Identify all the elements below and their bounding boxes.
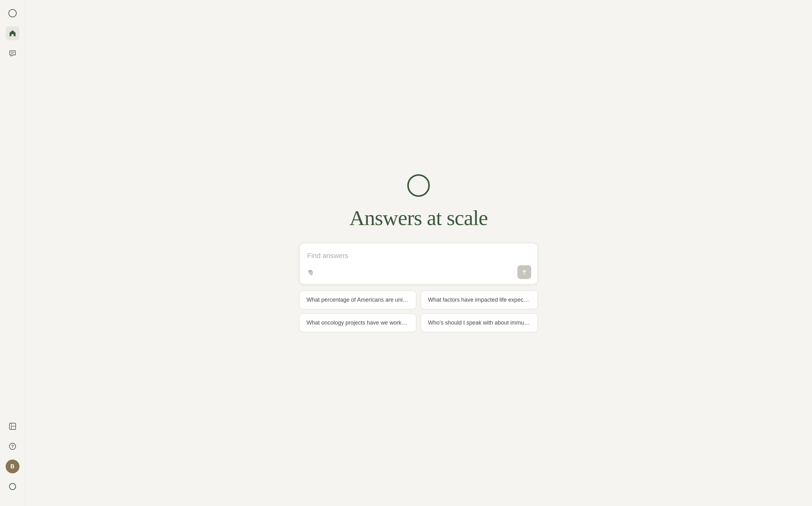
app-logo [407, 174, 430, 197]
suggestion-4[interactable]: Who's should I speak with about immunot.… [421, 314, 538, 332]
search-footer [306, 265, 531, 279]
sidebar-item-chat[interactable] [6, 47, 19, 60]
page-headline: Answers at scale [349, 205, 488, 230]
sidebar: ? B [0, 0, 25, 506]
suggestion-3[interactable]: What oncology projects have we worked o.… [299, 314, 416, 332]
sidebar-item-help[interactable]: ? [6, 439, 19, 453]
sidebar-item-status[interactable] [6, 480, 19, 493]
send-button[interactable] [517, 265, 531, 279]
logo-nav-icon[interactable] [6, 6, 19, 20]
circle-outline-icon [8, 9, 17, 17]
search-input[interactable] [306, 250, 531, 262]
status-circle-icon [9, 483, 16, 490]
help-icon: ? [8, 442, 17, 450]
home-icon [8, 29, 17, 37]
search-box [299, 243, 538, 284]
attach-icon[interactable] [306, 268, 315, 276]
sidebar-item-panel[interactable] [6, 419, 19, 433]
panel-icon [8, 422, 17, 430]
suggestions-grid: What percentage of Americans are uninsu.… [299, 291, 538, 332]
suggestion-2[interactable]: What factors have impacted life expectan… [421, 291, 538, 309]
suggestion-1[interactable]: What percentage of Americans are uninsu.… [299, 291, 416, 309]
sidebar-top [6, 6, 19, 419]
avatar-label: B [10, 463, 14, 470]
chat-icon [8, 49, 17, 58]
user-avatar[interactable]: B [6, 459, 19, 473]
main-content: Answers at scale What percentage of Amer [25, 0, 812, 506]
svg-rect-0 [12, 34, 13, 36]
sidebar-bottom: ? B [6, 419, 19, 500]
svg-text:?: ? [11, 444, 14, 449]
center-container: Answers at scale What percentage of Amer [299, 174, 538, 332]
sidebar-item-home[interactable] [6, 26, 19, 40]
